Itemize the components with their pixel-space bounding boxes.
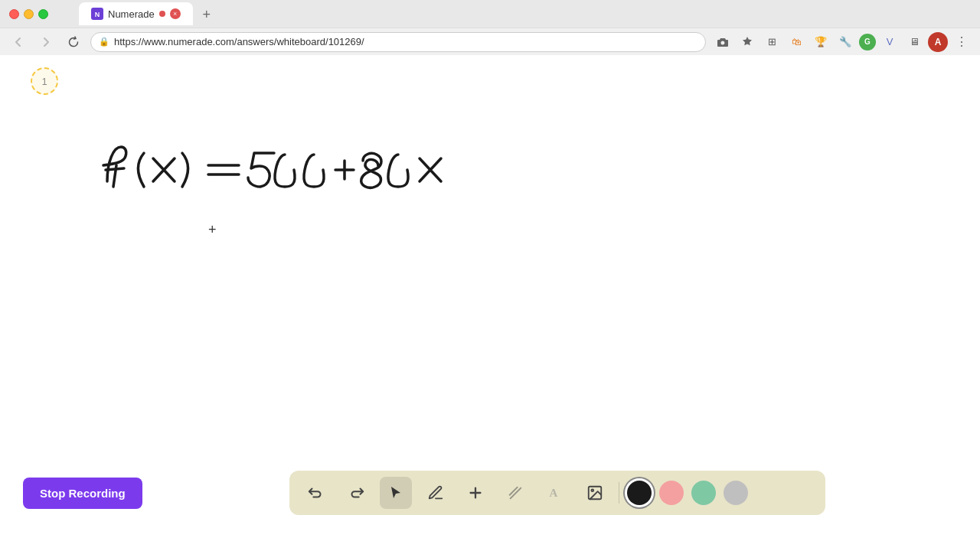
extensions-icon[interactable]: ⊞ xyxy=(761,31,782,53)
image-tool-button[interactable] xyxy=(579,477,611,509)
text-tool-button[interactable]: A xyxy=(539,477,571,509)
extension3-icon[interactable]: V xyxy=(879,31,900,53)
address-bar[interactable]: 🔒 https://www.numerade.com/answers/white… xyxy=(90,32,706,52)
extension4-icon[interactable]: 🖥 xyxy=(903,31,925,53)
bottom-toolbar: Stop Recording xyxy=(0,462,980,523)
camera-icon[interactable] xyxy=(712,31,733,53)
lock-icon: 🔒 xyxy=(99,37,109,47)
formula-svg xyxy=(92,132,490,201)
tab-title: Numerade xyxy=(108,8,155,20)
eraser-tool-button[interactable] xyxy=(499,477,531,509)
redo-button[interactable] xyxy=(340,477,372,509)
pen-tool-button[interactable] xyxy=(420,477,452,509)
cursor-crosshair: + xyxy=(208,222,217,238)
url-text: https://www.numerade.com/answers/whitebo… xyxy=(114,36,364,47)
maximize-button[interactable] xyxy=(38,9,48,19)
color-black[interactable] xyxy=(627,481,652,505)
page-indicator: 1 xyxy=(31,67,58,95)
color-gray[interactable] xyxy=(724,481,748,505)
new-tab-button[interactable]: + xyxy=(196,4,217,25)
extension1-icon[interactable]: 🔧 xyxy=(835,31,856,53)
formula-display xyxy=(92,132,490,204)
star-icon[interactable] xyxy=(737,31,758,53)
reload-button[interactable] xyxy=(63,31,84,53)
recording-indicator xyxy=(159,11,165,17)
add-tool-button[interactable] xyxy=(459,477,492,509)
toolbar-separator xyxy=(619,482,619,504)
shopping-icon[interactable]: 🛍 xyxy=(786,31,807,53)
stop-recording-button[interactable]: Stop Recording xyxy=(23,478,142,509)
menu-button[interactable]: ⋮ xyxy=(951,31,972,53)
tab-bar: N Numerade × + xyxy=(70,2,227,25)
select-tool-button[interactable] xyxy=(380,477,412,509)
nav-actions: ⊞ 🛍 🏆 🔧 G V 🖥 A ⋮ xyxy=(712,31,972,53)
undo-button[interactable] xyxy=(300,477,332,509)
nav-bar: 🔒 https://www.numerade.com/answers/white… xyxy=(0,28,980,55)
minimize-button[interactable] xyxy=(24,9,34,19)
profile-button[interactable]: A xyxy=(928,32,948,52)
drawing-toolbar: A xyxy=(289,471,825,515)
tab-favicon: N xyxy=(91,8,103,20)
color-pink[interactable] xyxy=(659,481,684,505)
color-green[interactable] xyxy=(691,481,716,505)
active-tab[interactable]: N Numerade × xyxy=(79,2,193,25)
svg-text:A: A xyxy=(549,487,557,499)
close-button[interactable] xyxy=(9,9,19,19)
back-button[interactable] xyxy=(8,31,29,53)
svg-text:N: N xyxy=(95,11,100,18)
tab-close-button[interactable]: × xyxy=(170,8,181,19)
extension2-icon[interactable]: G xyxy=(859,34,876,51)
traffic-lights xyxy=(9,9,48,19)
whiteboard-area[interactable]: 1 xyxy=(0,55,980,523)
svg-point-4 xyxy=(591,489,593,491)
forward-button[interactable] xyxy=(35,31,57,53)
trophy-icon[interactable]: 🏆 xyxy=(810,31,831,53)
